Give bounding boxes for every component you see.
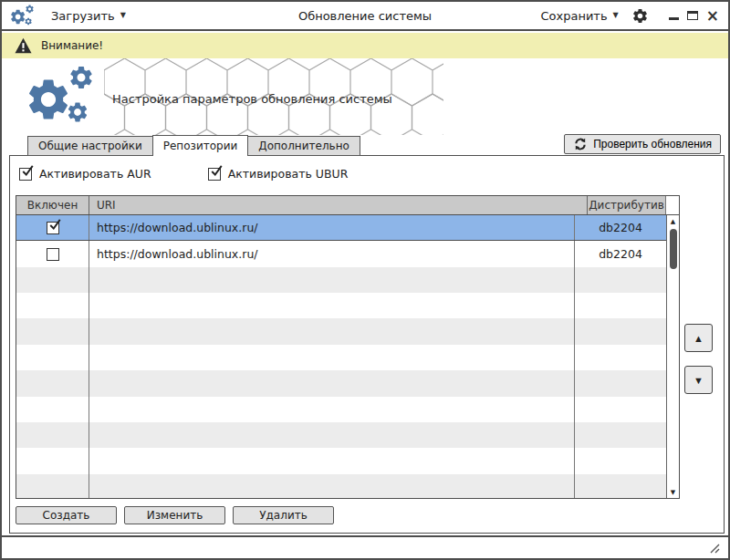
- chevron-down-icon: ▼: [120, 12, 126, 19]
- maximize-button[interactable]: [687, 11, 698, 20]
- minimize-button[interactable]: [669, 17, 679, 20]
- save-menu-button[interactable]: Сохранить ▼: [540, 9, 618, 23]
- arrow-up-icon: ▲: [694, 333, 704, 344]
- empty-table-row[interactable]: [16, 397, 666, 422]
- table-actions: Создать Изменить Удалить: [16, 506, 334, 524]
- table-header: Включен URI Дистрибутив: [16, 196, 679, 215]
- aur-checkbox[interactable]: Активировать AUR: [19, 167, 151, 181]
- table-body: https://download.ublinux.ru/ db2204 http…: [16, 215, 666, 498]
- scroll-down-icon[interactable]: ▼: [671, 486, 675, 498]
- row-checkbox-icon[interactable]: [47, 222, 59, 234]
- table-row[interactable]: https://download.ublinux.ru/ db2204: [16, 215, 666, 241]
- tab-repositories[interactable]: Репозитории: [152, 135, 249, 156]
- row-distro-cell[interactable]: [575, 397, 666, 422]
- row-distro-cell[interactable]: db2204: [575, 241, 666, 266]
- repositories-panel: Активировать AUR Активировать UBUR Включ…: [9, 155, 725, 534]
- move-up-button[interactable]: ▲: [684, 324, 713, 352]
- row-distro-cell[interactable]: [575, 370, 666, 396]
- checkbox-icon[interactable]: [208, 168, 221, 181]
- checkbox-icon[interactable]: [19, 168, 32, 181]
- row-distro-cell[interactable]: [575, 448, 666, 473]
- empty-table-row[interactable]: [16, 474, 666, 498]
- settings-gear-icon[interactable]: [631, 7, 649, 25]
- empty-table-row[interactable]: [16, 345, 666, 370]
- warning-banner: Внимание!: [2, 33, 728, 58]
- row-distro-cell[interactable]: [575, 267, 666, 293]
- check-updates-button[interactable]: Проверить обновления: [564, 134, 721, 154]
- empty-table-row[interactable]: [16, 318, 666, 344]
- activation-checkboxes: Активировать AUR Активировать UBUR: [19, 167, 348, 181]
- row-distro-cell[interactable]: [575, 422, 666, 448]
- header-spacer: [666, 196, 679, 214]
- tab-bar: Общие настройки Репозитории Дополнительн…: [27, 135, 360, 156]
- row-uri-cell[interactable]: [89, 370, 575, 396]
- column-header-uri[interactable]: URI: [89, 196, 588, 214]
- vertical-scrollbar[interactable]: ▲ ▼: [666, 215, 679, 498]
- empty-table-row[interactable]: [16, 448, 666, 473]
- warning-text: Внимание!: [41, 39, 103, 52]
- row-uri-cell[interactable]: [89, 345, 575, 370]
- row-distro-cell[interactable]: [575, 345, 666, 370]
- titlebar: Загрузить ▼ Обновление системы Сохранить…: [2, 2, 728, 31]
- hero-heading: Настройка параметров обновления системы: [112, 92, 392, 106]
- empty-table-row[interactable]: [16, 370, 666, 396]
- column-header-enabled[interactable]: Включен: [16, 196, 89, 214]
- empty-table-row[interactable]: [16, 293, 666, 318]
- tab-general-settings[interactable]: Общие настройки: [27, 136, 153, 156]
- row-uri-cell[interactable]: [89, 448, 575, 473]
- row-uri-cell[interactable]: [89, 267, 575, 293]
- app-gears-icon: [9, 4, 36, 27]
- save-menu-label: Сохранить: [540, 9, 607, 23]
- row-distro-cell[interactable]: [575, 474, 666, 498]
- edit-button[interactable]: Изменить: [124, 506, 225, 524]
- row-uri-cell[interactable]: https://download.ublinux.ru/: [89, 241, 575, 266]
- row-distro-cell[interactable]: [575, 293, 666, 318]
- scrollbar-thumb[interactable]: [670, 229, 677, 269]
- row-uri-cell[interactable]: [89, 474, 575, 498]
- hero-gears-icon: [24, 64, 100, 128]
- move-down-button[interactable]: ▼: [684, 366, 713, 394]
- row-uri-cell[interactable]: [89, 293, 575, 318]
- load-menu-button[interactable]: Загрузить ▼: [51, 9, 126, 23]
- ubur-checkbox[interactable]: Активировать UBUR: [208, 167, 349, 181]
- tab-additional[interactable]: Дополнительно: [247, 136, 360, 156]
- status-bar: [2, 535, 728, 558]
- warning-triangle-icon: [14, 37, 33, 54]
- empty-table-row[interactable]: [16, 267, 666, 293]
- delete-button[interactable]: Удалить: [233, 506, 334, 524]
- row-uri-cell[interactable]: [89, 318, 575, 344]
- row-uri-cell[interactable]: [89, 397, 575, 422]
- resize-grip-icon[interactable]: [707, 543, 721, 554]
- arrow-down-icon: ▼: [694, 375, 704, 386]
- row-uri-cell[interactable]: https://download.ublinux.ru/: [89, 215, 575, 240]
- chevron-down-icon: ▼: [613, 12, 619, 19]
- empty-table-row[interactable]: [16, 422, 666, 448]
- ubur-checkbox-label: Активировать UBUR: [228, 167, 349, 181]
- row-distro-cell[interactable]: [575, 318, 666, 344]
- close-button[interactable]: ×: [706, 9, 719, 22]
- refresh-icon: [573, 137, 588, 151]
- column-header-distro[interactable]: Дистрибутив: [588, 196, 666, 214]
- aur-checkbox-label: Активировать AUR: [39, 167, 151, 181]
- row-checkbox-icon[interactable]: [47, 248, 59, 261]
- scroll-up-icon[interactable]: ▲: [671, 215, 675, 227]
- load-menu-label: Загрузить: [51, 9, 115, 23]
- repositories-table: Включен URI Дистрибутив https://download…: [16, 195, 680, 499]
- hero-header: Настройка параметров обновления системы: [2, 58, 728, 135]
- row-distro-cell[interactable]: db2204: [575, 215, 666, 240]
- create-button[interactable]: Создать: [16, 506, 117, 524]
- app-window: Загрузить ▼ Обновление системы Сохранить…: [0, 0, 730, 560]
- row-uri-cell[interactable]: [89, 422, 575, 448]
- table-row[interactable]: https://download.ublinux.ru/ db2204: [16, 241, 666, 266]
- check-updates-label: Проверить обновления: [593, 138, 712, 150]
